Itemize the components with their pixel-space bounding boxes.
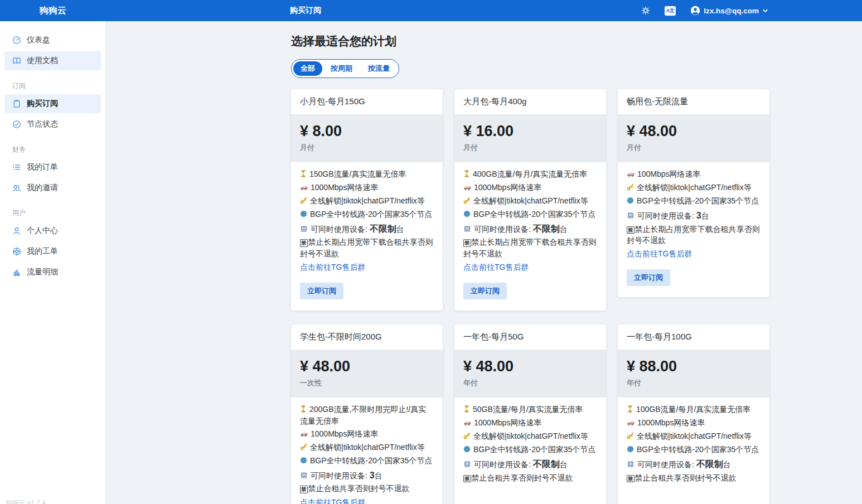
- tg-link[interactable]: 点击前往TG售后群: [463, 263, 529, 273]
- key-icon: [627, 183, 634, 194]
- plan-feature: 可同时使用设备: 3台: [300, 469, 434, 482]
- plan-feature: 禁禁止长期占用宽带下载合租共享否则封号不退款: [627, 224, 761, 247]
- top-header: 狗狗云 购买订阅 A文 lzx.hs@qq.com: [0, 0, 862, 21]
- filter-tab[interactable]: 按周期: [323, 61, 360, 76]
- plan-feature: 全线解锁|tiktok|chatGPT/netflix等: [463, 431, 597, 443]
- feature-text: 全线解锁|tiktok|chatGPT/netflix等: [637, 183, 752, 192]
- prohibited-icon: 禁: [300, 484, 308, 495]
- invite-icon: [12, 183, 21, 192]
- sidebar-item[interactable]: 个人中心: [4, 221, 101, 240]
- prohibited-icon: 禁: [463, 473, 471, 484]
- globe-icon: [300, 456, 307, 467]
- layout: 仪表盘使用文档订阅购买订阅节点状态财务我的订单我的邀请用户个人中心我的工单流量明…: [0, 21, 862, 504]
- theme-icon[interactable]: [641, 6, 650, 15]
- sidebar-item-label: 个人中心: [27, 226, 58, 236]
- plan-feature: 禁禁止合租共享否则封号不退款: [463, 473, 597, 484]
- sidebar-item-label: 我的邀请: [27, 183, 58, 193]
- version-footer: 狗狗云 v1.7.4: [6, 498, 46, 504]
- subscribe-button[interactable]: 立即订阅: [300, 283, 343, 299]
- chevron-down-icon: [762, 8, 768, 14]
- feature-text: 全线解锁|tiktok|chatGPT/netflix等: [473, 432, 588, 440]
- sidebar-item[interactable]: 节点状态: [4, 115, 101, 134]
- feature-text: 1000Mbps网络速率: [474, 418, 541, 427]
- feature-text: 400GB流量/每月/真实流量无倍率: [473, 169, 587, 178]
- plan-name: 大月包-每月400g: [454, 89, 606, 114]
- feature-text: 全线解锁|tiktok|chatGPT/netflix等: [637, 432, 752, 440]
- plan-feature: BGP全中转线路-20个国家35个节点: [300, 209, 434, 221]
- sidebar-item[interactable]: 我的工单: [4, 242, 101, 261]
- sidebar-item-label: 节点状态: [27, 119, 58, 129]
- feature-text: BGP全中转线路-20个国家35个节点: [310, 210, 432, 219]
- subscribe-button[interactable]: 立即订阅: [627, 269, 670, 286]
- feature-strong-text: 不限制: [533, 224, 560, 234]
- hourglass-icon: [300, 405, 307, 416]
- plan-feature: 100Mbps网络速率: [627, 169, 761, 181]
- sidebar-section-title: 用户: [12, 209, 105, 218]
- plan-feature: 禁禁止长期占用宽带下载合租共享否则封号不退款: [463, 237, 597, 260]
- feature-text: BGP全中转线路-20个国家35个节点: [637, 196, 759, 205]
- tg-link[interactable]: 点击前往TG售后群: [300, 498, 365, 504]
- subscribe-button[interactable]: 立即订阅: [463, 283, 507, 299]
- filter-tab[interactable]: 全部: [293, 61, 322, 76]
- plan-card: 大月包-每月400g¥ 16.00月付400GB流量/每月/真实流量无倍率100…: [454, 89, 606, 311]
- feature-text: 可同时使用设备:: [474, 460, 533, 469]
- feature-text: 50GB流量/每月/真实流量无倍率: [473, 405, 583, 414]
- tg-link[interactable]: 点击前往TG售后群: [627, 249, 692, 259]
- sidebar-item[interactable]: 我的订单: [4, 158, 101, 177]
- ticket-icon: [12, 247, 21, 256]
- subscribe-row: 立即订阅: [300, 273, 434, 299]
- plan-price: ¥ 16.00: [463, 123, 597, 140]
- feature-text: 全线解锁|tiktok|chatGPT/netflix等: [310, 443, 425, 452]
- plan-feature: 全线解锁|tiktok|chatGPT/netflix等: [627, 431, 761, 443]
- plan-price: ¥ 48.00: [300, 358, 434, 375]
- feature-text: 1000Mbps网络速率: [637, 418, 705, 427]
- plan-feature: 可同时使用设备: 不限制台: [627, 458, 761, 471]
- filter-tab[interactable]: 按流量: [361, 61, 397, 76]
- sidebar-item-label: 我的订单: [27, 162, 58, 172]
- plan-feature: 150GB流量/真实流量无倍率: [300, 169, 434, 181]
- sidebar: 仪表盘使用文档订阅购买订阅节点状态财务我的订单我的邀请用户个人中心我的工单流量明…: [0, 21, 106, 504]
- sidebar-item[interactable]: 我的邀请: [4, 178, 101, 197]
- feature-strong-text: 3: [370, 471, 375, 480]
- plan-feature: 禁禁止长期占用宽带下载合租共享否则封号不退款: [300, 237, 434, 260]
- sidebar-item[interactable]: 仪表盘: [4, 31, 101, 50]
- order-list-icon: [12, 163, 21, 172]
- sidebar-item[interactable]: 使用文档: [4, 51, 101, 70]
- plan-price: ¥ 48.00: [463, 358, 597, 375]
- brand-logo[interactable]: 狗狗云: [0, 5, 106, 17]
- plan-features: 50GB流量/每月/真实流量无倍率1000Mbps网络速率全线解锁|tiktok…: [454, 398, 606, 504]
- laptop-icon: [463, 460, 471, 471]
- tg-link[interactable]: 点击前往TG售后群: [300, 263, 365, 273]
- sidebar-item-label: 流量明细: [27, 267, 58, 277]
- plan-feature: BGP全中转线路-20个国家35个节点: [627, 444, 761, 456]
- feature-text: BGP全中转线路-20个国家35个节点: [473, 210, 595, 219]
- feature-text: 禁止长期占用宽带下载合租共享否则封号不退款: [627, 225, 760, 245]
- plan-feature: BGP全中转线路-20个国家35个节点: [463, 209, 597, 221]
- subscribe-row: 立即订阅: [627, 259, 761, 286]
- feature-text: BGP全中转线路-20个国家35个节点: [637, 445, 759, 454]
- feature-text: 1000Mbps网络速率: [311, 429, 378, 438]
- sidebar-item[interactable]: 购买订阅: [4, 94, 101, 113]
- plan-features: 200GB流量,不限时用完即止!/真实流量无倍率1000Mbps网络速率全线解锁…: [291, 398, 443, 504]
- plan-feature: 全线解锁|tiktok|chatGPT/netflix等: [300, 196, 434, 207]
- plan-price-box: ¥ 48.00月付: [618, 114, 769, 162]
- docs-icon: [12, 56, 21, 65]
- feature-text: 台: [560, 225, 568, 234]
- sidebar-section-title: 财务: [12, 145, 105, 154]
- check-circle-icon: [12, 120, 21, 129]
- plan-feature: 1000Mbps网络速率: [627, 418, 761, 429]
- plan-card: 学生包-不限时间200G¥ 48.00一次性200GB流量,不限时用完即止!/真…: [291, 324, 443, 504]
- feature-text: 台: [723, 460, 731, 469]
- sidebar-item[interactable]: 流量明细: [4, 263, 101, 282]
- plan-billing-cycle: 月付: [463, 143, 597, 153]
- app-root: 狗狗云 购买订阅 A文 lzx.hs@qq.com 仪表盘使用文档订阅购买订阅节…: [0, 0, 862, 504]
- feature-text: 100GB流量/每月/真实流量无倍率: [636, 405, 750, 414]
- header-actions: A文 lzx.hs@qq.com: [641, 6, 862, 16]
- plan-name: 一年包-每月100G: [618, 324, 769, 350]
- user-menu[interactable]: lzx.hs@qq.com: [690, 6, 768, 16]
- globe-icon: [463, 445, 471, 456]
- language-icon[interactable]: A文: [665, 6, 676, 16]
- feature-text: 可同时使用设备:: [637, 211, 696, 220]
- feature-spacer: [627, 486, 761, 504]
- plan-feature: 可同时使用设备: 不限制台: [300, 223, 434, 236]
